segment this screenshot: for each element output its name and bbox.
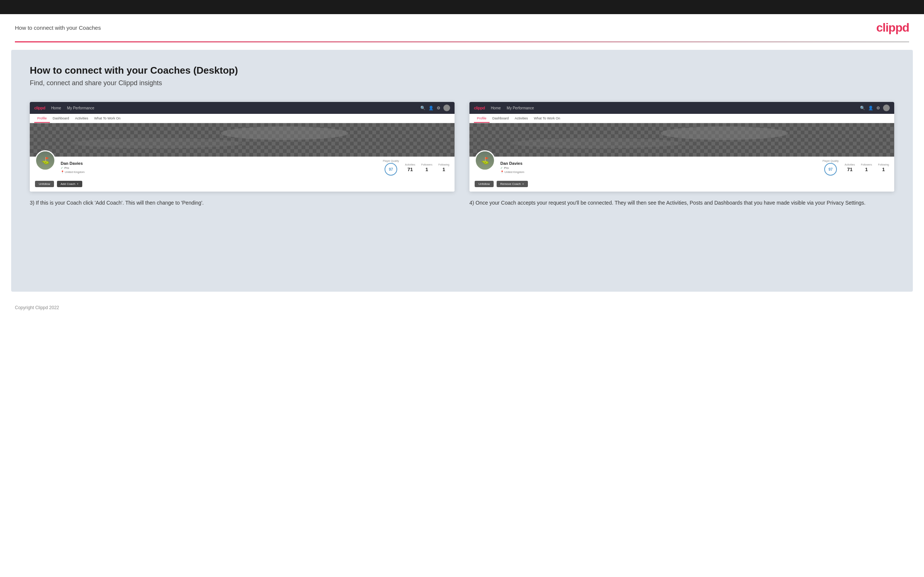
right-profile-info: ⛳ Dan Davies ✓ Pro 📍 United Kingdom [470,156,894,181]
left-profile-actions: Unfollow Add Coach + [30,181,454,192]
right-remove-coach-button[interactable]: Remove Coach × [497,181,528,187]
right-followers-label: Followers [861,163,872,166]
right-remove-coach-x-icon: × [522,182,524,185]
right-activities-value: 71 [845,167,855,172]
right-tabs: Profile Dashboard Activities What To Wor… [470,114,894,123]
left-avatar-wrap: ⛳ [35,150,55,171]
right-avatar-wrap: ⛳ [475,150,495,171]
right-location-text: United Kingdom [504,170,524,174]
columns: clippd Home My Performance 🔍 👤 ⚙ Profile… [30,102,894,207]
right-remove-coach-label: Remove Coach [500,182,521,185]
copyright-text: Copyright Clippd 2022 [15,305,59,310]
left-stat-quality: Player Quality 97 [383,160,399,176]
left-caption: 3) If this is your Coach click 'Add Coac… [30,199,454,207]
left-profile-banner [30,123,454,156]
left-quality-label: Player Quality [383,160,399,162]
right-profile-avatar: ⛳ [475,150,495,171]
right-profile-location: 📍 United Kingdom [500,170,817,174]
right-nav-icons: 🔍 👤 ⚙ [860,105,890,111]
left-followers-value: 1 [421,167,432,172]
left-stat-followers: Followers 1 [421,163,432,172]
left-avatar-figure: ⛳ [36,152,54,170]
left-profile-badge: ✓ Pro [61,166,378,170]
left-quality-value: 97 [389,168,393,171]
left-stat-activities: Activities 71 [405,163,415,172]
left-tabs: Profile Dashboard Activities What To Wor… [30,114,454,123]
right-nav-home[interactable]: Home [491,106,501,110]
logo: clippd [876,21,909,35]
left-user-icon[interactable]: 👤 [428,106,434,111]
left-profile-name: Dan Davies [61,161,378,166]
right-profile-badge: ✓ Pro [500,166,817,170]
left-profile-info: ⛳ Dan Davies ✓ Pro 📍 United Kingdom [30,156,454,181]
left-tab-dashboard[interactable]: Dashboard [50,114,72,123]
left-following-value: 1 [438,167,449,172]
right-stat-followers: Followers 1 [861,163,872,172]
right-followers-value: 1 [861,167,872,172]
right-avatar[interactable] [883,105,890,111]
left-avatar[interactable] [443,105,450,111]
right-settings-icon[interactable]: ⚙ [876,106,880,111]
left-badge-text: Pro [65,166,69,170]
left-settings-icon[interactable]: ⚙ [437,106,440,111]
right-stat-activities: Activities 71 [845,163,855,172]
right-quality-circle: 97 [824,163,837,176]
footer: Copyright Clippd 2022 [0,299,924,316]
right-screenshot: clippd Home My Performance 🔍 👤 ⚙ Profile… [470,102,894,192]
left-tab-profile[interactable]: Profile [34,114,50,123]
right-avatar-figure: ⛳ [476,152,494,170]
left-add-coach-button[interactable]: Add Coach + [57,181,82,187]
top-bar [0,0,924,14]
right-stat-following: Following 1 [878,163,889,172]
right-nav-logo: clippd [474,106,485,110]
right-tab-dashboard[interactable]: Dashboard [489,114,512,123]
left-profile-details: Dan Davies ✓ Pro 📍 United Kingdom [61,160,378,174]
right-user-icon[interactable]: 👤 [868,106,873,111]
right-nav-my-performance[interactable]: My Performance [507,106,534,110]
left-profile-stats: Player Quality 97 Activities 71 Follower… [383,160,449,176]
left-add-coach-label: Add Coach [61,182,76,185]
right-tab-activities[interactable]: Activities [512,114,531,123]
right-activities-label: Activities [845,163,855,166]
page-subheading: Find, connect and share your Clippd insi… [30,79,894,87]
left-profile-location: 📍 United Kingdom [61,170,378,174]
left-search-icon[interactable]: 🔍 [420,106,425,111]
left-unfollow-button[interactable]: Unfollow [35,181,54,187]
left-activities-label: Activities [405,163,415,166]
right-caption: 4) Once your Coach accepts your request … [470,199,894,207]
left-tab-activities[interactable]: Activities [72,114,92,123]
right-quality-label: Player Quality [822,160,839,162]
right-tab-what-to-work-on[interactable]: What To Work On [531,114,563,123]
left-location-pin-icon: 📍 [61,170,64,174]
right-unfollow-button[interactable]: Unfollow [475,181,494,187]
right-quality-value: 97 [828,168,832,171]
page-heading: How to connect with your Coaches (Deskto… [30,65,894,76]
left-followers-label: Followers [421,163,432,166]
left-quality-circle: 97 [384,163,397,176]
left-tab-what-to-work-on[interactable]: What To Work On [91,114,124,123]
left-stat-following: Following 1 [438,163,449,172]
right-mini-nav: clippd Home My Performance 🔍 👤 ⚙ [470,102,894,114]
left-nav-home[interactable]: Home [51,106,61,110]
left-column: clippd Home My Performance 🔍 👤 ⚙ Profile… [30,102,454,207]
right-search-icon[interactable]: 🔍 [860,106,865,111]
right-profile-name: Dan Davies [500,161,817,166]
right-stat-quality: Player Quality 97 [822,160,839,176]
left-nav-my-performance[interactable]: My Performance [67,106,94,110]
left-screenshot: clippd Home My Performance 🔍 👤 ⚙ Profile… [30,102,454,192]
right-following-label: Following [878,163,889,166]
left-activities-value: 71 [405,167,415,172]
left-mini-nav: clippd Home My Performance 🔍 👤 ⚙ [30,102,454,114]
left-add-coach-plus-icon: + [77,182,79,185]
right-following-value: 1 [878,167,889,172]
left-location-text: United Kingdom [65,170,84,174]
left-nav-icons: 🔍 👤 ⚙ [420,105,450,111]
right-profile-actions: Unfollow Remove Coach × [470,181,894,192]
right-tab-profile[interactable]: Profile [474,114,489,123]
header-title: How to connect with your Coaches [15,24,101,31]
right-profile-details: Dan Davies ✓ Pro 📍 United Kingdom [500,160,817,174]
header-divider [15,41,909,42]
right-profile-banner [470,123,894,156]
left-profile-avatar: ⛳ [35,150,55,171]
left-banner-overlay [30,123,454,156]
